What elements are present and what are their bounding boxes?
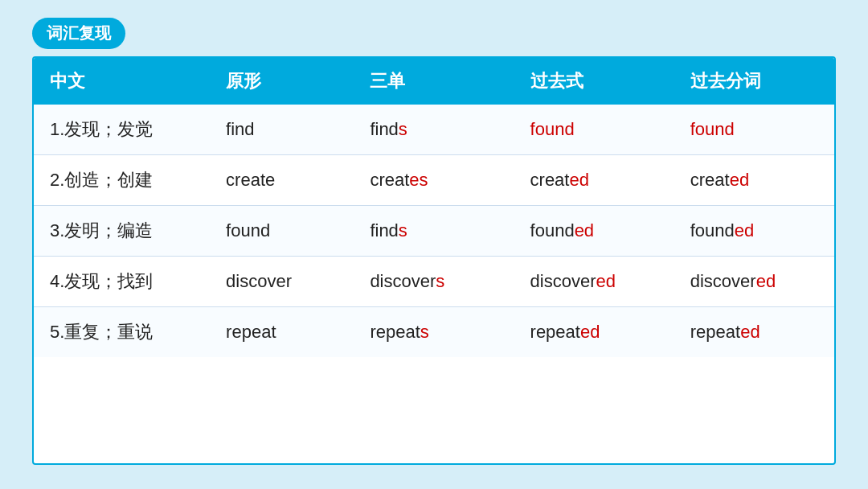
table-cell: founded <box>674 206 834 257</box>
table-cell: repeats <box>354 307 514 358</box>
cell-base: find <box>210 105 354 155</box>
table-cell: creates <box>354 155 514 206</box>
table-header-row: 中文 原形 三单 过去式 过去分词 <box>34 58 834 105</box>
table-cell: created <box>514 155 674 206</box>
table-row: 1.发现；发觉findfindsfoundfound <box>34 105 834 155</box>
table-container: 中文 原形 三单 过去式 过去分词 1.发现；发觉findfindsfoundf… <box>32 56 836 465</box>
col-header-participle: 过去分词 <box>674 58 834 105</box>
col-header-past: 过去式 <box>514 58 674 105</box>
cell-chinese: 3.发明；编造 <box>34 206 210 257</box>
cell-base: create <box>210 155 354 206</box>
vocabulary-table: 中文 原形 三单 过去式 过去分词 1.发现；发觉findfindsfoundf… <box>34 58 834 357</box>
table-cell: finds <box>354 105 514 155</box>
title-badge: 词汇复现 <box>32 18 125 49</box>
cell-base: found <box>210 206 354 257</box>
table-cell: discovered <box>514 257 674 307</box>
table-cell: finds <box>354 206 514 257</box>
col-header-base: 原形 <box>210 58 354 105</box>
table-row: 4.发现；找到discoverdiscoversdiscovereddiscov… <box>34 257 834 307</box>
table-cell: repeated <box>674 307 834 358</box>
cell-chinese: 1.发现；发觉 <box>34 105 210 155</box>
cell-chinese: 4.发现；找到 <box>34 257 210 307</box>
col-header-chinese: 中文 <box>34 58 210 105</box>
cell-base: discover <box>210 257 354 307</box>
table-cell: found <box>674 105 834 155</box>
col-header-third: 三单 <box>354 58 514 105</box>
table-row: 2.创造；创建createcreatescreatedcreated <box>34 155 834 206</box>
cell-chinese: 5.重复；重说 <box>34 307 210 358</box>
table-cell: discovers <box>354 257 514 307</box>
table-cell: repeated <box>514 307 674 358</box>
cell-chinese: 2.创造；创建 <box>34 155 210 206</box>
table-row: 3.发明；编造foundfindsfoundedfounded <box>34 206 834 257</box>
cell-base: repeat <box>210 307 354 358</box>
table-cell: discovered <box>674 257 834 307</box>
table-cell: found <box>514 105 674 155</box>
table-cell: founded <box>514 206 674 257</box>
table-cell: created <box>674 155 834 206</box>
table-row: 5.重复；重说repeatrepeatsrepeatedrepeated <box>34 307 834 358</box>
